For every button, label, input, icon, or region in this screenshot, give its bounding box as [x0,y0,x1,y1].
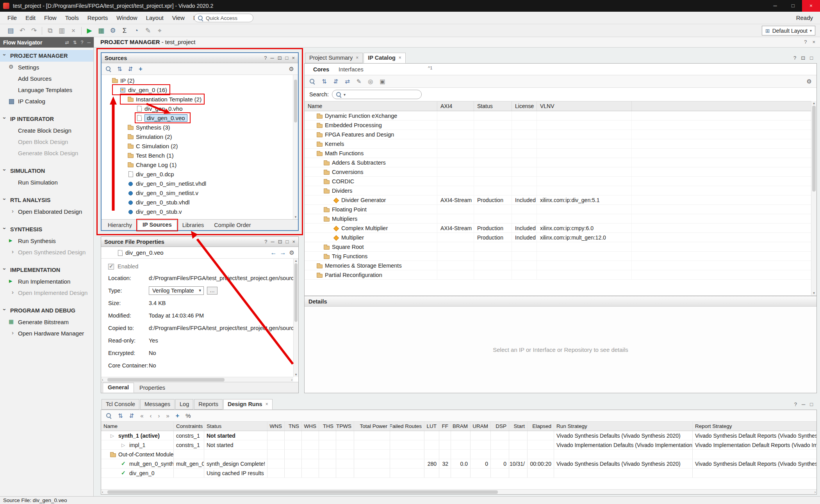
float-icon[interactable]: ⊡ [278,55,282,61]
ip-catalog-row[interactable]: Partial Reconfiguration [305,270,811,280]
create-run-icon[interactable]: + [176,412,179,419]
scroll-up-icon[interactable]: ▴ [811,101,816,105]
tab-compile-order[interactable]: Compile Order [209,221,255,230]
horizontal-scrollbar[interactable]: ‹ › [101,377,293,382]
float-icon[interactable]: ⊡ [801,55,805,61]
column-header[interactable]: THS [319,422,336,431]
tree-item-sim-netlist-v[interactable]: div_gen_0_sim_netlist.v [102,188,293,197]
tree-item-div-gen-0-veo[interactable]: div_gen_0.veo [102,113,293,122]
ip-catalog-row[interactable]: Complex Multiplier AXI4-Stream Productio… [305,224,811,233]
tree-item-instantiation-template[interactable]: Instantiation Template (2) [102,94,293,104]
ip-catalog-row[interactable]: Memories & Storage Elements [305,261,811,270]
help-icon[interactable]: ? [264,239,267,245]
column-header[interactable]: Failed Routes [390,422,424,431]
tab-messages[interactable]: Messages × [140,399,175,410]
menu-item[interactable]: Flow [40,12,61,24]
skip-to-start-icon[interactable]: « [140,412,143,419]
tab-libraries[interactable]: Libraries [178,221,209,230]
column-header[interactable]: URAM [471,422,491,431]
column-header[interactable]: AXI4 [437,101,474,111]
minimize-icon[interactable]: ─ [271,239,274,245]
help-icon[interactable]: ? [794,401,797,407]
sidebar-item-language-templates[interactable]: Language Templates [0,84,93,96]
layout-selector[interactable]: ⊞ Default Layout ▾ [762,26,815,35]
more-button[interactable]: … [207,287,217,295]
sidebar-item-run-implementation[interactable]: Run Implementation [0,276,93,287]
ip-catalog-row[interactable]: Square Root [305,242,811,252]
report-icon[interactable]: Σ [119,24,130,37]
menu-item[interactable]: Tools [61,12,83,24]
expand-all-icon[interactable]: ⇵ [128,66,133,73]
sidebar-item-run-synthesis[interactable]: Run Synthesis [0,235,93,247]
catalog-search-input[interactable]: ▾ [332,90,422,99]
vertical-scrollbar[interactable]: ▴ ▾ [811,101,816,295]
column-header[interactable]: Start [509,422,528,431]
sidebar-section-program-and-debug[interactable]: PROGRAM AND DEBUG [0,305,93,316]
ip-catalog-row[interactable]: Dynamic Function eXchange [305,111,811,121]
collapse-all-icon[interactable]: ⇅ [118,412,123,419]
menu-item[interactable]: File [3,12,21,24]
enabled-checkbox[interactable] [108,264,114,270]
column-header[interactable]: Constraints [174,422,204,431]
column-header[interactable]: LUT [424,422,439,431]
sidebar-item-create-block-design[interactable]: Create Block Design [0,125,93,136]
tree-item-simulation[interactable]: Simulation (2) [102,132,293,141]
step-forward-icon[interactable]: › [158,412,160,419]
sidebar-section-rtl-analysis[interactable]: RTL ANALYSIS [0,194,93,206]
step-back-icon[interactable]: ‹ [150,412,152,419]
sidebar-section-simulation[interactable]: SIMULATION [0,165,93,177]
collapse-all-icon[interactable]: ⇅ [117,66,122,73]
subtab-cores[interactable]: Cores [308,66,334,73]
minimize-icon[interactable]: ─ [802,401,805,407]
scroll-left-icon[interactable]: ‹ [102,490,103,495]
scroll-down-icon[interactable]: ▾ [811,291,816,295]
scrollbar-thumb[interactable] [107,490,498,494]
menu-item[interactable]: Edit [21,12,40,24]
tree-item-div-gen-0-vho[interactable]: div_gen_0.vho [102,104,293,113]
column-header[interactable]: WNS [267,422,285,431]
tree-item-div-gen-0[interactable]: div_gen_0 (16) [102,85,293,94]
minimize-icon[interactable]: ─ [270,55,274,61]
search-icon[interactable] [106,413,112,419]
skip-to-end-icon[interactable]: » [166,412,169,419]
ip-catalog-row[interactable]: Kernels [305,139,811,149]
ip-catalog-row[interactable]: Embedded Processing [305,121,811,130]
copy-icon[interactable]: ⧉ [44,24,56,37]
close-icon[interactable]: × [292,55,295,61]
ip-catalog-row[interactable]: Dividers [305,186,811,195]
save-icon[interactable]: ▤ [5,24,16,37]
column-header[interactable]: BRAM [451,422,471,431]
tree-item-change-log[interactable]: Change Log (1) [102,160,293,169]
sidebar-item-add-sources[interactable]: Add Sources [0,73,93,84]
design-run-row[interactable]: synth_1 (active) constrs_1 Not started [101,431,816,440]
menu-item[interactable]: Window [112,12,141,24]
scroll-down-icon[interactable]: ▾ [293,215,298,219]
sidebar-item-open-block-design[interactable]: Open Block Design [0,136,93,147]
swap-icon[interactable]: ⇄ [65,40,69,45]
ip-catalog-row[interactable]: Divider Generator AXI4-Stream Production… [305,195,811,205]
float-icon[interactable]: ⊡ [278,239,282,245]
scroll-up-icon[interactable]: ▴ [294,259,298,263]
refresh-icon[interactable]: ⇄ [345,78,350,85]
maximize-icon[interactable]: □ [810,55,813,61]
flow-icon[interactable]: ▦ [95,24,107,37]
tab-ip-sources[interactable]: IP Sources [137,220,177,230]
sidebar-section-ip-integrator[interactable]: IP INTEGRATOR [0,113,93,125]
close-icon[interactable]: × [399,53,401,63]
tab-design-runs[interactable]: Design Runs × [223,399,273,410]
search-icon[interactable] [309,78,315,84]
column-header[interactable]: License [512,101,537,111]
close-icon[interactable]: × [292,239,295,245]
card-icon[interactable]: ▣ [380,78,385,85]
edit-icon[interactable]: ✎ [142,24,154,37]
tree-item-ip[interactable]: IP (2) [102,76,293,85]
ip-catalog-row[interactable]: Multipliers [305,214,811,224]
back-arrow-icon[interactable]: ← [271,249,277,256]
design-run-row[interactable]: impl_1 constrs_1 Not started [101,440,816,450]
menu-item[interactable]: Reports [83,12,112,24]
ip-catalog-row[interactable]: Adders & Subtracters [305,158,811,167]
tab-project-summary[interactable]: Project Summary × [305,53,363,63]
sidebar-item-generate-bitstream[interactable]: Generate Bitstream [0,316,93,328]
help-icon[interactable]: ? [81,40,84,45]
ip-catalog-row[interactable]: Math Functions [305,149,811,158]
